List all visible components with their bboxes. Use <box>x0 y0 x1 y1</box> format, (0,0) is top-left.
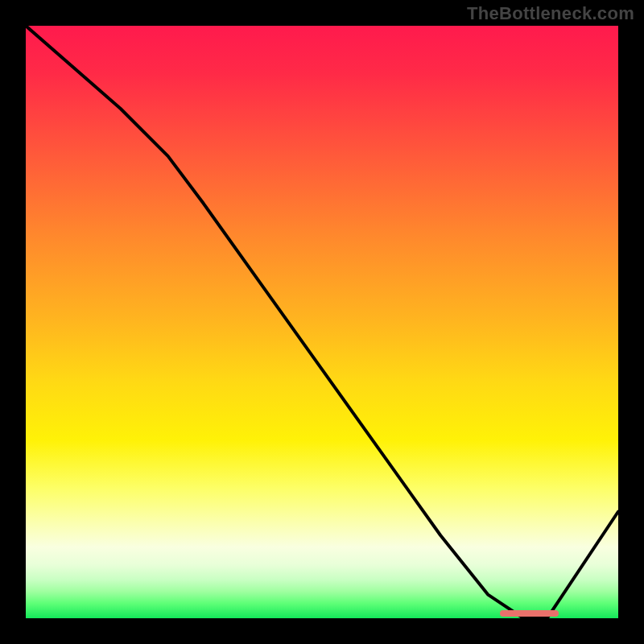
bottleneck-curve-path <box>26 26 618 618</box>
chart-frame: TheBottleneck.com <box>0 0 644 644</box>
plot-area <box>26 26 618 618</box>
watermark-text: TheBottleneck.com <box>467 3 634 24</box>
optimal-range-marker <box>500 610 559 617</box>
bottleneck-curve <box>26 26 618 618</box>
